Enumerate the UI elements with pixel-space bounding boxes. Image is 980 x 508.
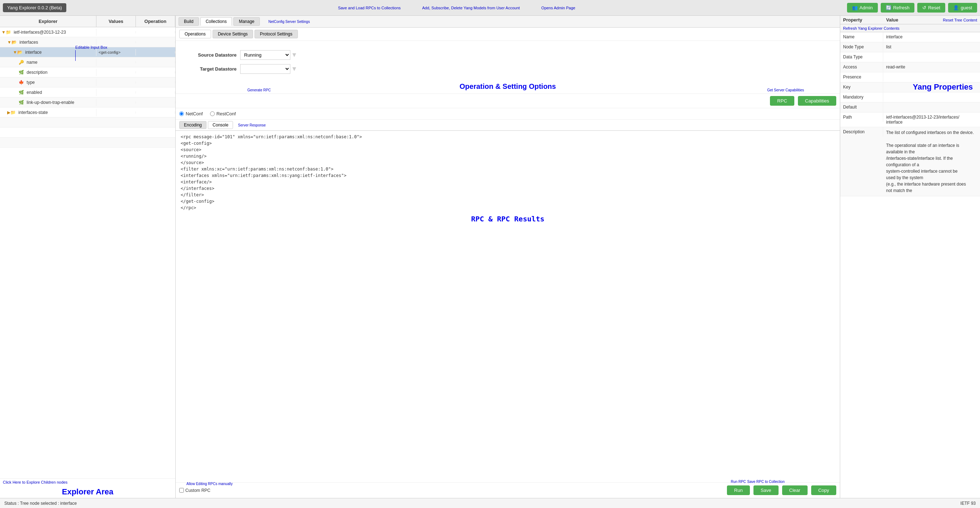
tab-collections[interactable]: Collections bbox=[200, 17, 232, 26]
table-row[interactable]: 🍁 type bbox=[0, 78, 175, 87]
reset-tree-link[interactable]: Reset Tree Content bbox=[943, 18, 977, 22]
tree-node-type[interactable]: 🍁 type bbox=[0, 79, 96, 86]
prop-val-default bbox=[883, 102, 980, 107]
source-datastore-label: Source Datastore bbox=[179, 52, 237, 58]
restconf-radio[interactable] bbox=[210, 111, 215, 116]
table-row bbox=[0, 138, 175, 148]
table-row[interactable]: 🌿 enabled bbox=[0, 87, 175, 97]
prop-row-description: Description The list of configured inter… bbox=[840, 127, 980, 196]
table-row[interactable]: ▼📂 interfaces bbox=[0, 37, 175, 47]
tree-node-name[interactable]: 🔑 name bbox=[0, 59, 96, 66]
prop-row-default: Default bbox=[840, 102, 980, 113]
middle-content: Operations Device Settings Protocol Sett… bbox=[176, 28, 840, 498]
refresh-button[interactable]: 🔄 Refresh bbox=[881, 3, 915, 13]
console-tabs: Encoding Console Server Response bbox=[176, 120, 840, 131]
admin-button[interactable]: 👥 Admin bbox=[847, 3, 878, 13]
custom-rpc-checkbox[interactable] bbox=[179, 488, 184, 492]
ops-annotation: Operation & Setting Options bbox=[176, 79, 840, 94]
target-datastore-row: Target Datastore ▼ bbox=[179, 64, 836, 74]
prop-col-property: Property bbox=[843, 17, 886, 22]
app-title-button[interactable]: Yang Explorer 0.0.2 (Beta) bbox=[3, 3, 66, 12]
prop-key-presence: Presence bbox=[840, 72, 883, 82]
status-left: Status : Tree node selected : interface bbox=[4, 501, 77, 506]
left-panel: Explorer Values Operation Editable Input… bbox=[0, 16, 176, 498]
refresh-icon: 🔄 bbox=[886, 5, 891, 10]
prop-val-datatype bbox=[883, 52, 980, 57]
right-panel: Property Value Reset Tree Content Refres… bbox=[840, 16, 980, 498]
collections-annotation: Save and Load RPCs to Collections bbox=[338, 6, 401, 10]
tree-node-enabled[interactable]: 🌿 enabled bbox=[0, 89, 96, 96]
top-bar: Yang Explorer 0.0.2 (Beta) Save and Load… bbox=[0, 0, 980, 16]
top-right-buttons: 👥 Admin 🔄 Refresh ↺ Reset 👤 guest bbox=[847, 3, 977, 13]
capabilities-button[interactable]: Capabilities bbox=[798, 96, 836, 106]
form-area: Source Datastore Running ▼ Target Datast… bbox=[176, 45, 840, 79]
source-datastore-select[interactable]: Running bbox=[240, 50, 290, 60]
tab-operations[interactable]: Operations bbox=[179, 30, 211, 38]
explorer-tree: ▼📁 ietf-interfaces@2013-12-23 ▼📂 interfa… bbox=[0, 27, 175, 478]
ops-sub-tabs: Operations Device Settings Protocol Sett… bbox=[176, 28, 840, 41]
prop-row-path: Path ietf-interfaces@2013-12-23/interfac… bbox=[840, 113, 980, 127]
user-icon: 👤 bbox=[953, 5, 959, 10]
target-datastore-label: Target Datastore bbox=[179, 66, 237, 71]
tree-node-ietf-interfaces[interactable]: ▼📁 ietf-interfaces@2013-12-23 bbox=[0, 29, 96, 36]
tab-encoding[interactable]: Encoding bbox=[179, 121, 207, 129]
tree-node-interface[interactable]: ▼📂 interface bbox=[0, 49, 96, 56]
table-row[interactable]: 🌿 link-up-down-trap-enable bbox=[0, 97, 175, 108]
prop-row-access: Access read-write bbox=[840, 62, 980, 72]
tree-node-description[interactable]: 🌿 description bbox=[0, 69, 96, 76]
prop-row-key: Key bbox=[840, 83, 980, 92]
tree-node-interfaces[interactable]: ▼📂 interfaces bbox=[0, 39, 96, 46]
leaf-gray-icon: 🔑 bbox=[19, 60, 24, 65]
custom-rpc-checkbox-label[interactable]: Custom RPC bbox=[179, 488, 210, 493]
reset-button[interactable]: ↺ Reset bbox=[917, 3, 945, 13]
guest-button[interactable]: 👤 guest bbox=[948, 3, 977, 13]
tab-device-settings[interactable]: Device Settings bbox=[213, 30, 253, 38]
rpc-code: <rpc message-id="101" xmlns="urn:ietf:pa… bbox=[181, 133, 835, 211]
prop-key-name: Name bbox=[840, 32, 883, 41]
folder-open-icon: ▼📂 bbox=[7, 40, 17, 45]
rpc-button[interactable]: RPC bbox=[770, 96, 794, 106]
table-row[interactable]: ▼📁 ietf-interfaces@2013-12-23 bbox=[0, 27, 175, 37]
clear-button[interactable]: Clear bbox=[782, 486, 808, 495]
tree-node-link-up-down[interactable]: 🌿 link-up-down-trap-enable bbox=[0, 99, 96, 106]
explorer-header: Explorer Values Operation bbox=[0, 16, 175, 27]
leaf-red-icon: 🍁 bbox=[19, 80, 24, 85]
run-rpc-annotation: Run RPC bbox=[731, 480, 746, 484]
middle-tabs-row: Build Collections Manage NetConfig Serve… bbox=[176, 16, 840, 28]
table-row[interactable]: ▶📁 interfaces-state bbox=[0, 108, 175, 117]
table-row[interactable]: 🌿 description bbox=[0, 67, 175, 78]
prop-val-key bbox=[883, 83, 980, 87]
status-right: IETF 93 bbox=[960, 501, 976, 506]
refresh-yang-link[interactable]: Refresh Yang Explorer Contents bbox=[843, 26, 899, 30]
prop-key-datatype: Data Type bbox=[840, 52, 883, 62]
prop-key-description: Description bbox=[840, 127, 883, 137]
rpc-results-annotation: RPC & RPC Results bbox=[181, 211, 835, 227]
table-row[interactable]: ▼📂 interface <get-config> bbox=[0, 47, 175, 57]
tab-console[interactable]: Console bbox=[208, 121, 233, 129]
tab-manage[interactable]: Manage bbox=[233, 17, 259, 26]
prop-val-nodetype: list bbox=[883, 42, 980, 52]
prop-refresh-row: Refresh Yang Explorer Contents bbox=[840, 24, 980, 32]
tree-node-interfaces-state[interactable]: ▶📁 interfaces-state bbox=[0, 109, 96, 116]
prop-val-path: ietf-interfaces@2013-12-23/interfaces/in… bbox=[883, 113, 980, 127]
tab-protocol-settings[interactable]: Protocol Settings bbox=[255, 30, 298, 38]
prop-row-mandatory: Mandatory bbox=[840, 92, 980, 102]
prop-row-name: Name interface bbox=[840, 32, 980, 42]
save-button[interactable]: Save bbox=[754, 486, 778, 495]
top-annotations: Save and Load RPCs to Collections Add, S… bbox=[66, 6, 847, 10]
run-button[interactable]: Run bbox=[727, 486, 750, 495]
middle-panel: Build Collections Manage NetConfig Serve… bbox=[176, 16, 840, 498]
table-row[interactable]: 🔑 name bbox=[0, 57, 175, 67]
prop-key-default: Default bbox=[840, 102, 883, 112]
tab-build[interactable]: Build bbox=[178, 17, 199, 26]
prop-table: Name interface Node Type list Data Type … bbox=[840, 32, 980, 498]
explorer-area-annotation: Explorer Area bbox=[0, 486, 175, 498]
netconf-radio[interactable] bbox=[179, 111, 184, 116]
target-datastore-select[interactable] bbox=[240, 64, 290, 74]
select-arrow: ▼ bbox=[291, 51, 298, 59]
restconf-radio-label[interactable]: RestConf bbox=[210, 111, 236, 116]
folder-icon: ▼📁 bbox=[2, 30, 11, 35]
copy-button[interactable]: Copy bbox=[811, 486, 836, 495]
folder-icon: ▶📁 bbox=[7, 110, 16, 115]
netconf-radio-label[interactable]: NetConf bbox=[179, 111, 203, 116]
